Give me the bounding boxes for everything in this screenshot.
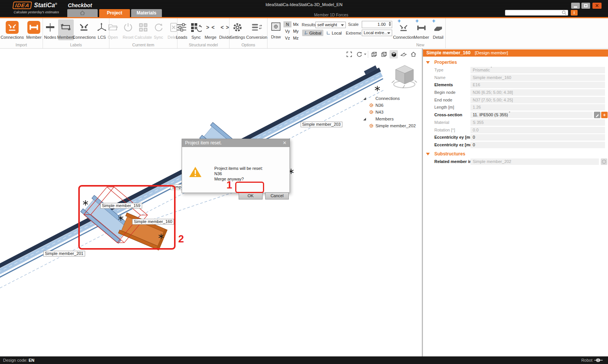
- ok-button[interactable]: OK: [239, 192, 263, 199]
- close-button[interactable]: ✕: [592, 3, 602, 9]
- solid-view-button[interactable]: [390, 50, 398, 59]
- member-label-203[interactable]: Simple member_203: [301, 122, 342, 127]
- new-member-button[interactable]: + Member: [414, 19, 429, 40]
- edit-cross-section-button[interactable]: [594, 112, 600, 118]
- sync-button[interactable]: Sync: [151, 19, 166, 40]
- related-member-value[interactable]: Simple member_202: [470, 158, 599, 165]
- elements-value[interactable]: E16: [470, 82, 605, 88]
- rotate-view-button[interactable]: [355, 50, 363, 59]
- calculate-button[interactable]: Calculate: [136, 19, 150, 40]
- end-node-value[interactable]: N37 [7.50; 5.00; 4.25]: [470, 97, 605, 103]
- force-mx-toggle[interactable]: Mx: [292, 21, 300, 27]
- model-sync-icon: [190, 22, 202, 32]
- property-row-type: Type Prismatic: [423, 67, 608, 73]
- ribbon: Connections Member Import Nodes: [0, 18, 608, 49]
- local-toggle[interactable]: Local: [325, 30, 344, 36]
- maximize-button[interactable]: [581, 3, 590, 9]
- wireframe-view-button[interactable]: [370, 50, 378, 59]
- length-value[interactable]: 1.26: [470, 104, 605, 111]
- scale-label: Scale: [348, 22, 359, 27]
- 3d-viewport[interactable]: Simple member_203 Simple member_159 Simp…: [0, 49, 422, 356]
- robot-link-status[interactable]: Robot: [581, 356, 603, 364]
- spinner-arrows[interactable]: [389, 22, 391, 26]
- structural-sync-button[interactable]: Sync: [189, 19, 203, 40]
- tab-project[interactable]: Project: [99, 9, 130, 17]
- conversion-button[interactable]: Conversion: [246, 19, 267, 40]
- import-connections-button[interactable]: Connections: [0, 19, 24, 40]
- scale-input[interactable]: 1.00: [362, 21, 392, 28]
- cross-section-dropdown[interactable]: 11. IPE500 (S 355): [470, 112, 593, 118]
- expander-icon[interactable]: [363, 117, 366, 121]
- collapse-triangle-icon[interactable]: [426, 61, 430, 64]
- members-icon: [60, 22, 71, 32]
- section-properties[interactable]: Properties: [423, 59, 608, 65]
- force-vy-toggle[interactable]: Vy: [283, 28, 291, 34]
- wireframe-cube-icon: [371, 51, 377, 58]
- section-substructures[interactable]: Substructures: [423, 151, 608, 157]
- eccentricity-ez-input[interactable]: 0: [470, 142, 605, 148]
- chevron-down-icon[interactable]: [364, 54, 366, 55]
- eccentricity-ey-input[interactable]: 0: [470, 134, 605, 141]
- import-member-button[interactable]: Member: [25, 19, 43, 40]
- tab-materials[interactable]: Materials: [131, 9, 162, 17]
- member-label-201[interactable]: Simple member_201: [43, 251, 85, 256]
- expander-icon[interactable]: [363, 97, 366, 100]
- merge-button[interactable]: > < Merge: [203, 19, 218, 40]
- loads-button[interactable]: Loads: [174, 19, 189, 40]
- global-toggle[interactable]: Global: [302, 30, 323, 36]
- zoom-extents-button[interactable]: [345, 50, 353, 59]
- property-row-eccentricity-ez: Eccentricity ez [mm] 0: [423, 142, 608, 148]
- add-cross-section-button[interactable]: +: [601, 112, 608, 118]
- group-caption-current-item: Current item: [109, 43, 177, 48]
- statica-logo: StatiCa®: [34, 2, 57, 9]
- begin-node-value[interactable]: N36 [6.25; 5.00; 4.38]: [470, 89, 605, 96]
- clipping-plane-button[interactable]: [399, 50, 408, 59]
- plus-icon: +: [397, 17, 401, 24]
- material-value[interactable]: S 355: [470, 119, 605, 126]
- connections-icon: [79, 23, 89, 32]
- search-input[interactable]: [505, 10, 568, 16]
- force-vz-toggle[interactable]: Vz: [283, 35, 291, 41]
- annotation-number-2: 2: [178, 233, 184, 245]
- conversion-icon: [251, 22, 263, 32]
- settings-button[interactable]: Settings: [230, 19, 245, 40]
- group-caption-import: Import: [0, 43, 43, 48]
- reset-button[interactable]: Reset: [121, 19, 135, 40]
- labels-connections-button[interactable]: Connections: [74, 19, 94, 40]
- draw-button[interactable]: Draw: [268, 19, 283, 40]
- rotate-icon: [356, 51, 363, 57]
- property-row-cross-section: Cross-section 11. IPE500 (S 355) +: [423, 112, 608, 118]
- labels-nodes-button[interactable]: Nodes: [43, 19, 57, 40]
- force-n-toggle[interactable]: N: [283, 21, 291, 27]
- labels-members-button[interactable]: Members: [58, 19, 74, 40]
- dialog-title-bar[interactable]: Project item reset. ✕: [182, 139, 290, 147]
- force-my-toggle[interactable]: My: [292, 28, 300, 34]
- close-icon[interactable]: ✕: [283, 139, 287, 147]
- info-button[interactable]: i: [571, 10, 578, 16]
- new-detail-button[interactable]: + Detail: [431, 19, 445, 40]
- property-row-length: Length [m] 1.26: [423, 104, 608, 111]
- home-icon: [410, 51, 416, 57]
- tab-home[interactable]: [67, 9, 98, 17]
- cancel-button[interactable]: Cancel: [265, 192, 289, 199]
- extreme-label: Extreme: [346, 31, 361, 35]
- app-name: Checkbot: [68, 2, 92, 8]
- default-view-button[interactable]: [409, 50, 418, 59]
- collapse-triangle-icon[interactable]: [426, 153, 430, 155]
- open-button[interactable]: Open: [106, 19, 120, 40]
- results-dropdown[interactable]: self weight: [315, 22, 346, 28]
- 3d-scene[interactable]: [0, 49, 422, 356]
- new-connection-button[interactable]: + Connection: [395, 19, 412, 40]
- minimize-button[interactable]: [571, 3, 580, 9]
- name-value[interactable]: Simple member_160: [470, 74, 605, 81]
- rotation-value[interactable]: 0.0: [470, 127, 605, 133]
- navigation-cube[interactable]: [390, 62, 419, 90]
- type-value[interactable]: Prismatic: [470, 67, 605, 73]
- force-mz-toggle[interactable]: Mz: [292, 35, 300, 41]
- status-bar: Design code: EN Robot: [0, 356, 608, 364]
- select-related-member-button[interactable]: [601, 158, 607, 165]
- hidden-line-view-button[interactable]: [380, 50, 388, 59]
- extreme-dropdown[interactable]: Local extre...: [362, 30, 392, 36]
- clip-plane-icon: [400, 51, 407, 57]
- calculate-icon: [138, 22, 149, 32]
